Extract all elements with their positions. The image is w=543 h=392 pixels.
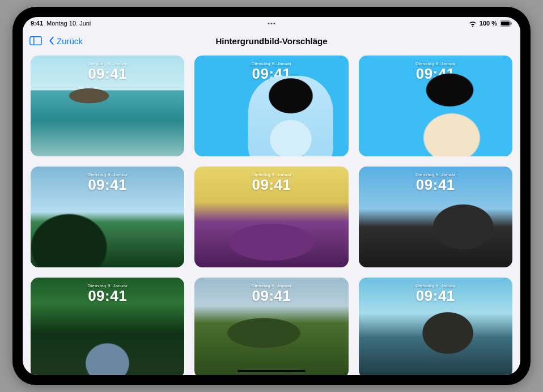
tile-time: 09:41: [359, 66, 512, 81]
home-indicator[interactable]: [237, 370, 306, 372]
wallpaper-tile[interactable]: Dienstag 9. Januar 09:41: [194, 56, 348, 156]
tile-date: Dienstag 9. Januar: [194, 283, 348, 288]
tile-clock-overlay: Dienstag 9. Januar 09:41: [359, 283, 512, 303]
wifi-icon: [469, 20, 477, 27]
wallpaper-tile[interactable]: Dienstag 9. Januar 09:41: [194, 278, 348, 375]
tile-date: Dienstag 9. Januar: [31, 172, 184, 177]
multitask-dots-icon[interactable]: [268, 23, 275, 24]
tile-date: Dienstag 9. Januar: [194, 172, 348, 177]
tile-clock-overlay: Dienstag 9. Januar 09:41: [194, 283, 348, 303]
tile-time: 09:41: [359, 177, 512, 192]
wallpaper-tile[interactable]: Dienstag 9. Januar 09:41: [31, 56, 184, 156]
tile-time: 09:41: [31, 288, 184, 303]
wallpaper-grid: Dienstag 9. Januar 09:41 Dienstag 9. Jan…: [23, 52, 520, 375]
tile-date: Dienstag 9. Januar: [359, 283, 512, 288]
tile-date: Dienstag 9. Januar: [31, 61, 184, 66]
svg-rect-2: [511, 22, 512, 24]
tile-date: Dienstag 9. Januar: [359, 61, 512, 66]
tile-clock-overlay: Dienstag 9. Januar 09:41: [194, 172, 348, 192]
wallpaper-tile[interactable]: Dienstag 9. Januar 09:41: [359, 278, 512, 375]
tile-clock-overlay: Dienstag 9. Januar 09:41: [31, 283, 184, 303]
svg-rect-3: [30, 37, 41, 45]
tile-time: 09:41: [194, 288, 348, 303]
ipad-frame: 9:41 Montag 10. Juni 100 %: [12, 7, 531, 385]
back-label: Zurück: [57, 36, 83, 46]
status-time: 9:41: [31, 20, 43, 27]
chevron-left-icon: [48, 36, 56, 45]
tile-date: Dienstag 9. Januar: [359, 172, 512, 177]
wallpaper-tile[interactable]: Dienstag 9. Januar 09:41: [194, 167, 348, 267]
tile-clock-overlay: Dienstag 9. Januar 09:41: [31, 61, 184, 81]
tile-time: 09:41: [359, 288, 512, 303]
status-bar: 9:41 Montag 10. Juni 100 %: [23, 17, 520, 29]
tile-clock-overlay: Dienstag 9. Januar 09:41: [359, 61, 512, 81]
page-title: Hintergrundbild-Vorschläge: [215, 36, 327, 46]
back-button[interactable]: Zurück: [48, 36, 83, 46]
tile-clock-overlay: Dienstag 9. Januar 09:41: [359, 172, 512, 192]
wallpaper-tile[interactable]: Dienstag 9. Januar 09:41: [359, 56, 512, 156]
wallpaper-tile[interactable]: Dienstag 9. Januar 09:41: [31, 278, 184, 375]
status-left: 9:41 Montag 10. Juni: [31, 20, 91, 27]
tile-date: Dienstag 9. Januar: [31, 283, 184, 288]
status-date: Montag 10. Juni: [46, 20, 91, 27]
navigation-bar: Zurück Hintergrundbild-Vorschläge: [23, 29, 520, 52]
tile-clock-overlay: Dienstag 9. Januar 09:41: [194, 61, 348, 81]
sidebar-toggle-button[interactable]: [29, 36, 42, 46]
svg-rect-1: [501, 22, 510, 25]
tile-time: 09:41: [31, 66, 184, 81]
wallpaper-tile[interactable]: Dienstag 9. Januar 09:41: [31, 167, 184, 267]
status-right: 100 %: [469, 20, 512, 27]
tile-clock-overlay: Dienstag 9. Januar 09:41: [31, 172, 184, 192]
battery-text: 100 %: [480, 20, 497, 27]
battery-icon: [500, 20, 512, 27]
wallpaper-tile[interactable]: Dienstag 9. Januar 09:41: [359, 167, 512, 267]
screen: 9:41 Montag 10. Juni 100 %: [23, 17, 520, 375]
tile-time: 09:41: [194, 177, 348, 192]
tile-time: 09:41: [31, 177, 184, 192]
tile-time: 09:41: [194, 66, 348, 81]
tile-date: Dienstag 9. Januar: [194, 61, 348, 66]
